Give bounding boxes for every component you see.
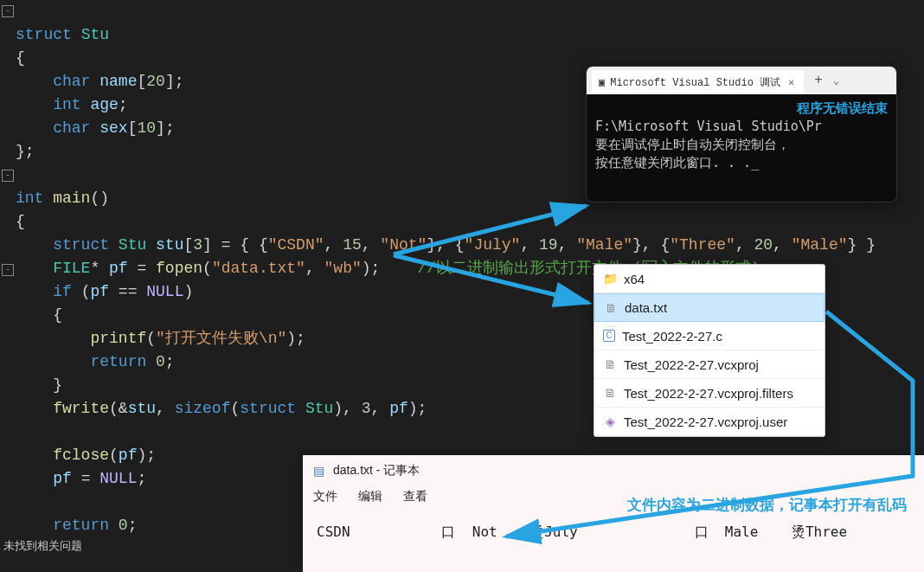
terminal-annotation: 程序无错误结束 bbox=[595, 100, 888, 118]
file-label: Test_2022-2-27.c bbox=[622, 329, 722, 344]
close-icon[interactable]: ✕ bbox=[786, 76, 797, 89]
file-icon: 🗎 bbox=[604, 301, 618, 315]
fold-icon[interactable]: - bbox=[2, 170, 14, 182]
menu-file[interactable]: 文件 bbox=[313, 489, 337, 505]
file-label: Test_2022-2-27.vcxproj.filters bbox=[624, 386, 793, 401]
file-icon: 🗎 bbox=[603, 357, 617, 371]
terminal-titlebar[interactable]: ▣ Microsoft Visual Studio 调试 ✕ + ⌄ bbox=[587, 67, 896, 94]
terminal-line: 要在调试停止时自动关闭控制台， bbox=[595, 136, 888, 154]
list-item[interactable]: 🗎 Test_2022-2-27.vcxproj.filters bbox=[594, 379, 825, 408]
fn-main: main bbox=[53, 190, 90, 207]
fold-icon[interactable]: - bbox=[2, 5, 14, 17]
list-item[interactable]: 🗎 data.txt bbox=[594, 293, 825, 322]
terminal-body: 程序无错误结束 F:\Microsoft Visual Studio\Pr 要在… bbox=[587, 94, 896, 177]
vs-icon: ◈ bbox=[603, 415, 617, 428]
type-name: Stu bbox=[81, 26, 109, 43]
list-item[interactable]: 🗎 Test_2022-2-27.vcxproj bbox=[594, 350, 825, 379]
notepad-window[interactable]: ▤ data.txt - 记事本 文件 编辑 查看 文件内容为二进制数据，记事本… bbox=[303, 455, 924, 572]
notepad-content[interactable]: CSDN 口 Not 烫July 口 Male 烫Three 口 Male 烫 bbox=[303, 508, 924, 557]
file-label: x64 bbox=[624, 272, 645, 286]
notepad-titlebar[interactable]: ▤ data.txt - 记事本 bbox=[303, 456, 924, 485]
chevron-down-icon[interactable]: ⌄ bbox=[833, 74, 839, 87]
notepad-title: data.txt - 记事本 bbox=[333, 463, 420, 479]
terminal-window[interactable]: ▣ Microsoft Visual Studio 调试 ✕ + ⌄ 程序无错误… bbox=[586, 66, 897, 202]
terminal-icon: ▣ bbox=[599, 76, 605, 89]
list-item[interactable]: ◈ Test_2022-2-27.vcxproj.user bbox=[594, 408, 825, 436]
notepad-icon: ▤ bbox=[313, 464, 324, 478]
menu-view[interactable]: 查看 bbox=[403, 489, 427, 505]
file-label: Test_2022-2-27.vcxproj.user bbox=[624, 415, 787, 429]
list-item[interactable]: C Test_2022-2-27.c bbox=[594, 322, 825, 350]
new-tab-icon[interactable]: + bbox=[814, 73, 823, 88]
terminal-line: F:\Microsoft Visual Studio\Pr bbox=[595, 118, 888, 136]
terminal-tab[interactable]: ▣ Microsoft Visual Studio 调试 ✕ bbox=[592, 70, 804, 94]
keyword: struct bbox=[16, 26, 72, 43]
file-label: Test_2022-2-27.vcxproj bbox=[624, 357, 759, 372]
c-file-icon: C bbox=[603, 330, 615, 342]
file-label: data.txt bbox=[625, 300, 667, 315]
terminal-line: 按任意键关闭此窗口. . ._ bbox=[595, 154, 888, 172]
notepad-annotation: 文件内容为二进制数据，记事本打开有乱码 bbox=[627, 495, 907, 515]
menu-edit[interactable]: 编辑 bbox=[358, 489, 382, 505]
list-item[interactable]: 📁 x64 bbox=[594, 265, 825, 293]
file-explorer[interactable]: 📁 x64 🗎 data.txt C Test_2022-2-27.c 🗎 Te… bbox=[594, 264, 825, 437]
fold-icon[interactable]: - bbox=[2, 264, 14, 276]
folder-icon: 📁 bbox=[603, 272, 617, 286]
file-icon: 🗎 bbox=[603, 386, 617, 400]
status-bar: 未找到相关问题 bbox=[0, 537, 86, 554]
terminal-tab-title: Microsoft Visual Studio 调试 bbox=[610, 75, 780, 90]
